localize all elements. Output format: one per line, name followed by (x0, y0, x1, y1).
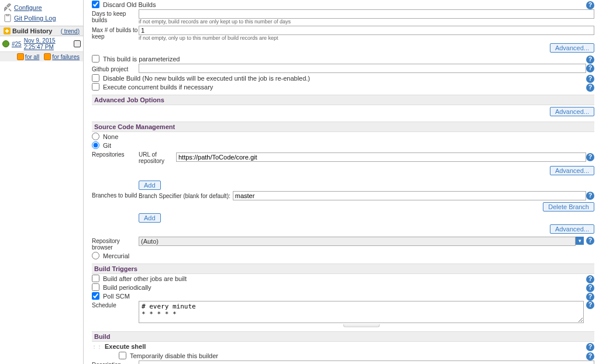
scm-header: Source Code Management (92, 122, 594, 132)
github-project-row: Github project ? (92, 63, 594, 74)
max-builds-row: Max # of builds to keep if not empty, on… (92, 25, 594, 41)
help-icon[interactable]: ? (586, 192, 594, 200)
help-icon[interactable]: ? (586, 75, 594, 83)
help-icon[interactable]: ? (586, 275, 594, 283)
disable-build-checkbox[interactable] (92, 74, 99, 82)
concurrent-row: Execute concurrent builds if necessary ? (92, 82, 594, 91)
add-repo-button[interactable]: Add (139, 181, 161, 190)
configure-link[interactable]: Configure (14, 4, 42, 11)
advanced-button[interactable]: Advanced... (550, 224, 594, 234)
scm-none-row: None (92, 132, 594, 141)
after-jobs-row: Build after other jobs are built ? (92, 274, 594, 283)
advanced-button[interactable]: Advanced... (550, 107, 594, 116)
repositories-row: Repositories URL of repository ? Advance… (92, 150, 594, 190)
discard-old-builds-row: Discard Old Builds ? (92, 0, 594, 9)
delete-branch-button[interactable]: Delete Branch (543, 202, 594, 212)
dropdown-button-icon[interactable]: ▾ (576, 237, 584, 245)
help-icon[interactable]: ? (586, 56, 594, 64)
add-branch-button[interactable]: Add (139, 213, 161, 223)
rss-fail-link[interactable]: for failures (52, 54, 80, 60)
help-icon[interactable]: ? (586, 301, 594, 309)
help-icon[interactable]: ? (586, 352, 594, 360)
temp-disable-row: Temporarily disable this builder ? (92, 351, 594, 360)
help-icon[interactable]: ? (586, 64, 594, 72)
help-icon[interactable]: ? (586, 237, 594, 245)
drag-handle-icon[interactable]: ⋮⋮ (92, 344, 102, 349)
trend-link[interactable]: ( trend) (61, 28, 80, 34)
periodically-checkbox[interactable] (92, 283, 99, 291)
after-jobs-checkbox[interactable] (92, 275, 99, 282)
disable-build-row: Disable Build (No new builds will be exe… (92, 74, 594, 82)
help-icon[interactable]: ? (586, 293, 594, 301)
plus-box-icon (4, 27, 11, 34)
poll-scm-checkbox[interactable] (92, 292, 99, 300)
schedule-row: Schedule ? (92, 300, 594, 328)
branch-specifier-input[interactable] (233, 191, 586, 200)
sidebar: Configure Git Polling Log Build History … (0, 0, 84, 364)
rss-row: for all for failures (0, 51, 83, 61)
help-icon[interactable]: ? (586, 153, 594, 161)
repo-url-input[interactable] (176, 152, 586, 162)
branches-row: Branches to build Branch Specifier (blan… (92, 190, 594, 236)
poll-scm-row: Poll SCM ? (92, 292, 594, 300)
build-time-link[interactable]: Nov 9, 2015 2:25:47 PM (24, 37, 71, 50)
max-builds-input[interactable] (139, 26, 594, 35)
scm-mercurial-row: Mercurial (92, 251, 594, 260)
resize-handle[interactable] (343, 324, 380, 327)
rss-icon (44, 53, 51, 60)
advanced-button[interactable]: Advanced... (550, 43, 594, 53)
help-icon[interactable]: ? (586, 284, 594, 292)
console-icon[interactable] (74, 40, 81, 47)
tools-icon (4, 4, 12, 12)
clipboard-icon (4, 14, 12, 22)
build-status-ball (2, 40, 9, 47)
github-project-input[interactable] (139, 64, 586, 73)
nav-git-polling[interactable]: Git Polling Log (0, 13, 83, 23)
build-history-header: Build History ( trend) (0, 26, 83, 36)
help-icon[interactable]: ? (586, 1, 594, 9)
discard-old-builds-checkbox[interactable] (92, 1, 99, 8)
description-textarea[interactable] (139, 360, 594, 364)
scm-git-row: Git (92, 141, 594, 150)
help-icon[interactable]: ? (586, 343, 594, 351)
rss-icon (17, 53, 24, 60)
execute-shell-row: ⋮⋮ Execute shell ? (92, 342, 594, 351)
scm-none-radio[interactable] (92, 133, 99, 140)
rss-all-link[interactable]: for all (25, 54, 39, 60)
parameterized-row: This build is parameterized ? (92, 54, 594, 63)
advanced-job-header: Advanced Job Options (92, 95, 594, 105)
scm-mercurial-radio[interactable] (92, 252, 99, 259)
repo-browser-select[interactable]: (Auto) (139, 237, 576, 246)
build-row: #25 Nov 9, 2015 2:25:47 PM (0, 36, 83, 51)
days-to-keep-row: Days to keep builds if not empty, build … (92, 9, 594, 25)
days-to-keep-input[interactable] (139, 9, 594, 19)
nav-configure[interactable]: Configure (0, 2, 83, 13)
concurrent-checkbox[interactable] (92, 83, 99, 91)
help-icon[interactable]: ? (586, 84, 594, 92)
triggers-header: Build Triggers (92, 264, 594, 274)
scm-git-radio[interactable] (92, 141, 99, 149)
main-content: Discard Old Builds ? Days to keep builds… (84, 0, 599, 364)
temp-disable-checkbox[interactable] (119, 352, 126, 359)
parameterized-checkbox[interactable] (92, 55, 99, 63)
svg-rect-1 (6, 14, 9, 16)
periodically-row: Build periodically ? (92, 283, 594, 292)
build-header: Build (92, 331, 594, 342)
git-polling-link[interactable]: Git Polling Log (14, 15, 56, 22)
advanced-button[interactable]: Advanced... (550, 166, 594, 175)
description-row: Description (92, 360, 594, 364)
schedule-textarea[interactable] (139, 301, 584, 323)
build-number-link[interactable]: #25 (12, 41, 22, 47)
repo-browser-row: Repository browser (Auto) ▾ ? (92, 236, 594, 251)
